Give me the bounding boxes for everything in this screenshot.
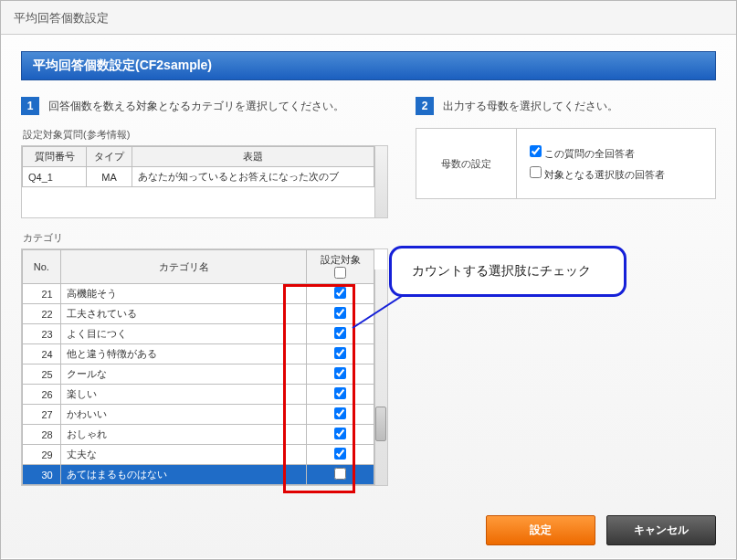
- cat-cell-name: よく目につく: [60, 324, 307, 344]
- callout-bubble: カウントする選択肢にチェック: [389, 246, 626, 297]
- cat-scrollbar-thumb[interactable]: [375, 407, 386, 441]
- content-area: 平均回答個数設定(CF2sample) 1 回答個数を数える対象となるカテゴリを…: [1, 35, 736, 558]
- cat-cell-no: 30: [23, 465, 61, 485]
- cat-cell-no: 21: [23, 284, 61, 304]
- cat-header-checkbox[interactable]: [334, 267, 346, 279]
- denominator-panel: 母数の設定 この質問の全回答者 対象となる選択肢の回答者: [416, 128, 716, 199]
- denom-option-1[interactable]: この質問の全回答者: [530, 145, 702, 161]
- cat-row-checkbox[interactable]: [334, 287, 346, 299]
- cat-header-target-label: 設定対象: [312, 253, 368, 267]
- cat-cell-no: 23: [23, 324, 61, 344]
- cat-cell-no: 22: [23, 304, 61, 324]
- table-row[interactable]: 22工夫されている: [23, 304, 374, 324]
- cat-header-target: 設定対象: [307, 250, 374, 284]
- cat-row-checkbox[interactable]: [334, 347, 346, 359]
- cat-row-checkbox[interactable]: [334, 367, 346, 379]
- cat-cell-no: 28: [23, 425, 61, 445]
- cat-row-checkbox[interactable]: [334, 407, 346, 419]
- cat-cell-name: あてはまるものはない: [60, 465, 307, 485]
- cat-cell-target: [307, 445, 374, 465]
- cat-cell-no: 26: [23, 385, 61, 405]
- table-row[interactable]: 21高機能そう: [23, 284, 374, 304]
- table-row[interactable]: 27かわいい: [23, 405, 374, 425]
- step-1-text: 回答個数を数える対象となるカテゴリを選択してください。: [48, 99, 344, 114]
- reference-label: 設定対象質問(参考情報): [23, 128, 388, 142]
- ref-scrollbar[interactable]: [374, 146, 387, 217]
- cat-cell-target: [307, 284, 374, 304]
- cat-row-checkbox[interactable]: [334, 428, 346, 439]
- cancel-button[interactable]: キャンセル: [606, 515, 716, 545]
- cat-cell-target: [307, 324, 374, 344]
- cat-header-name[interactable]: カテゴリ名: [60, 250, 307, 284]
- cat-cell-name: 工夫されている: [60, 304, 307, 324]
- cat-cell-target: [307, 425, 374, 445]
- cat-cell-name: 高機能そう: [60, 284, 307, 304]
- table-row[interactable]: 23よく目につく: [23, 324, 374, 344]
- ok-button[interactable]: 設定: [486, 515, 595, 545]
- ref-row[interactable]: Q4_1 MA あなたが知っているとお答えになった次のブ: [23, 167, 374, 187]
- cat-cell-target: [307, 385, 374, 405]
- denominator-label: 母数の設定: [416, 129, 517, 198]
- table-row[interactable]: 26楽しい: [23, 385, 374, 405]
- cat-cell-name: 楽しい: [60, 385, 307, 405]
- table-row[interactable]: 29丈夫な: [23, 445, 374, 465]
- cat-cell-no: 29: [23, 445, 61, 465]
- step-2-row: 2 出力する母数を選択してください。: [416, 97, 716, 115]
- cat-cell-no: 25: [23, 365, 61, 385]
- cat-cell-name: おしゃれ: [60, 425, 307, 445]
- cat-row-checkbox[interactable]: [334, 307, 346, 319]
- denom-checkbox-1[interactable]: [530, 145, 542, 157]
- category-table-wrap: No. カテゴリ名 設定対象 21高機能そう22工夫されている23よく目につく2…: [21, 248, 388, 486]
- cat-cell-no: 24: [23, 344, 61, 365]
- page-title-bar: 平均回答個数設定(CF2sample): [21, 51, 716, 80]
- table-row[interactable]: 24他と違う特徴がある: [23, 344, 374, 365]
- cat-cell-target: [307, 465, 374, 485]
- left-column: 1 回答個数を数える対象となるカテゴリを選択してください。 設定対象質問(参考情…: [21, 97, 388, 486]
- ref-cell-type: MA: [87, 167, 132, 187]
- step-1-row: 1 回答個数を数える対象となるカテゴリを選択してください。: [21, 97, 388, 115]
- denom-option-2-label: 対象となる選択肢の回答者: [544, 169, 665, 180]
- reference-table: 質問番号 タイプ 表題 Q4_1 MA あなたが知っているとお答えになった次のブ: [22, 146, 374, 187]
- cat-cell-target: [307, 405, 374, 425]
- denom-option-1-label: この質問の全回答者: [544, 148, 635, 159]
- callout-text: カウントする選択肢にチェック: [412, 263, 591, 278]
- window: 平均回答個数設定 平均回答個数設定(CF2sample) 1 回答個数を数える対…: [0, 0, 737, 560]
- cat-cell-name: 他と違う特徴がある: [60, 344, 307, 365]
- table-row[interactable]: 30あてはまるものはない: [23, 465, 374, 485]
- cat-scrollbar[interactable]: [374, 269, 387, 485]
- cat-row-checkbox[interactable]: [334, 468, 346, 480]
- window-title: 平均回答個数設定: [1, 1, 736, 35]
- category-label: カテゴリ: [23, 231, 388, 245]
- denom-checkbox-2[interactable]: [530, 166, 542, 178]
- denom-option-2[interactable]: 対象となる選択肢の回答者: [530, 166, 702, 182]
- cat-header-no[interactable]: No.: [23, 250, 61, 284]
- cat-row-checkbox[interactable]: [334, 448, 346, 460]
- cat-cell-name: かわいい: [60, 405, 307, 425]
- ref-cell-title: あなたが知っているとお答えになった次のブ: [132, 167, 374, 187]
- step-1-badge: 1: [21, 97, 39, 115]
- cat-cell-name: 丈夫な: [60, 445, 307, 465]
- table-row[interactable]: 28おしゃれ: [23, 425, 374, 445]
- reference-table-wrap: 質問番号 タイプ 表題 Q4_1 MA あなたが知っているとお答えになった次のブ: [21, 145, 388, 218]
- footer: 設定 キャンセル: [486, 515, 716, 545]
- denominator-options: この質問の全回答者 対象となる選択肢の回答者: [517, 129, 715, 198]
- cat-row-checkbox[interactable]: [334, 387, 346, 399]
- category-table: No. カテゴリ名 設定対象 21高機能そう22工夫されている23よく目につく2…: [22, 249, 374, 485]
- cat-cell-target: [307, 344, 374, 365]
- cat-cell-target: [307, 365, 374, 385]
- step-2-badge: 2: [416, 97, 434, 115]
- step-2-text: 出力する母数を選択してください。: [443, 99, 618, 114]
- cat-row-checkbox[interactable]: [334, 327, 346, 339]
- ref-header-qno[interactable]: 質問番号: [23, 147, 87, 167]
- cat-cell-no: 27: [23, 405, 61, 425]
- cat-cell-name: クールな: [60, 365, 307, 385]
- ref-header-type[interactable]: タイプ: [87, 147, 132, 167]
- ref-cell-qno: Q4_1: [23, 167, 87, 187]
- ref-header-title[interactable]: 表題: [132, 147, 374, 167]
- table-row[interactable]: 25クールな: [23, 365, 374, 385]
